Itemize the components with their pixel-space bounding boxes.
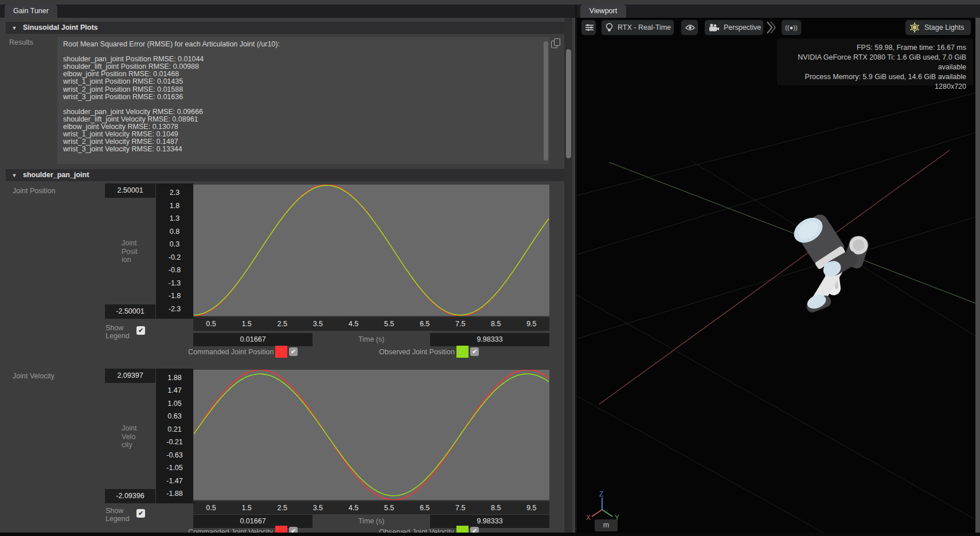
copy-icon[interactable] [551,38,561,49]
time-end-field[interactable]: 9.98333 [430,333,549,346]
axis-gizmo[interactable]: Z X Y [585,491,622,522]
panel-scrollbar-thumb[interactable] [566,49,571,158]
tick-label: 8.5 [478,320,514,328]
svg-text:X: X [586,514,591,521]
tick-label: -0.2 [156,253,193,261]
tick-label: 0.3 [156,240,193,248]
tick-label: -1.88 [156,490,193,498]
tick-label: 0.5 [193,320,229,328]
waypoint-signal-button[interactable]: ((●)) [781,19,802,36]
show-legend-checkbox[interactable] [136,326,145,335]
tab-viewport[interactable]: Viewport [580,5,626,18]
tab-gain-tuner[interactable]: Gain Tuner [5,5,57,18]
camera-label: Perspective [724,24,761,32]
renderer-button[interactable]: RTX - Real-Time [601,19,674,36]
show-legend-checkbox-2[interactable] [136,509,145,518]
joint-velocity-y-ticks: 1.881.471.050.630.21-0.21-0.63-1.05-1.47… [156,369,193,503]
gpu-line: NVIDIA GeForce RTX 2080 Ti: 1.6 GiB used… [777,53,966,72]
memory-line: Process Memory: 5.9 GiB used, 14.6 GiB a… [777,72,966,82]
fps-line: FPS: 59.98, Frame time: 16.67 ms [777,43,966,53]
tick-label: 0.21 [156,425,193,433]
joint-velocity-plot[interactable] [193,370,549,500]
legend-commanded-position-swatch [275,346,287,358]
joint-velocity-axis-title: JointVelocity [122,424,157,449]
section-header-shoulder-pan-joint[interactable]: ▼shoulder_pan_joint [6,169,564,181]
legend-observed-position-checkbox[interactable] [470,347,479,356]
legend-commanded-position-checkbox[interactable] [289,347,298,356]
tick-label: 3.5 [300,320,335,328]
tick-label: 9.5 [514,320,549,328]
tick-label: Joint [122,239,157,248]
joint-velocity-x-ticks: 0.51.52.53.54.55.56.57.58.59.5 [193,501,549,514]
legend-observed-position-swatch [456,346,468,358]
robot-arm [790,209,871,314]
tick-label: -0.8 [156,266,193,274]
show-legend-label: Show Legend [106,324,131,340]
joint-position-max-field[interactable]: 2.50001 [105,183,155,198]
window-top-strip [0,0,980,5]
time-end-field-2[interactable]: 9.98333 [430,515,549,528]
tick-label: 1.47 [156,386,193,394]
results-scrollbar[interactable] [544,41,548,161]
joint-position-x-ticks: 0.51.52.53.54.55.56.57.58.59.5 [193,317,549,331]
tick-label: 7.5 [443,504,478,512]
eye-icon [685,24,695,31]
section-title: Sinusoidal Joint Plots [23,24,98,32]
tick-label: Posit [122,248,157,256]
tick-label: 9.5 [514,504,549,512]
tick-label: Joint [122,424,157,433]
joint-velocity-curves [193,370,549,500]
legend-commanded-position-label: Commanded Joint Position [188,348,274,356]
lightbulb-icon [606,23,613,32]
viewport-scrollbar[interactable] [975,18,980,533]
joint-velocity-label: Joint Velocity [13,372,54,380]
tick-label: city [122,441,157,449]
stage-lights-label: Stage Lights [924,24,965,32]
show-legend-label-2: Show Legend [106,507,131,523]
tick-label: -2.3 [156,305,193,313]
collapse-triangle-icon[interactable]: ▼ [6,22,23,34]
tick-label: -1.47 [156,477,193,485]
legend-observed-position-label: Observed Joint Position [379,348,455,356]
time-axis-label: Time (s) [313,333,430,346]
tick-label: 1.5 [229,320,264,328]
joint-position-label: Joint Position [13,187,55,195]
viewport-canvas[interactable] [577,18,980,533]
tick-label: -1.3 [156,279,193,287]
joint-position-plot[interactable] [193,185,549,316]
3d-scene [577,18,980,533]
results-textarea[interactable]: Root Mean Squared Error (RMSE) for each … [57,37,549,164]
tick-label: ion [122,256,157,264]
joint-position-y-ticks: 2.31.81.30.80.3-0.2-0.8-1.3-1.8-2.3 [156,183,193,319]
viewport-tabbar [577,5,980,18]
unit-button[interactable]: m [595,519,618,531]
app-window: Gain Tuner ▼Sinusoidal Joint Plots Resul… [0,0,980,536]
viewport-settings-button[interactable] [581,19,596,36]
tick-label: 7.5 [443,320,478,328]
resolution-line: 1280x720 [777,82,966,92]
joint-velocity-min-field[interactable]: -2.09396 [105,489,155,503]
svg-text:Z: Z [599,491,603,498]
tick-label: -1.8 [156,292,193,300]
joint-velocity-max-field[interactable]: 2.09397 [105,369,155,383]
tick-label: 4.5 [335,320,371,328]
time-start-field-2[interactable]: 0.01667 [193,515,313,528]
collapse-triangle-icon[interactable]: ▼ [6,170,23,182]
camera-button[interactable]: Perspective [704,19,764,36]
visibility-button[interactable] [681,19,698,36]
tick-label: 8.5 [478,504,514,512]
tick-label: 2.5 [264,320,300,328]
tick-label: 1.3 [156,214,193,222]
stage-lights-button[interactable]: Stage Lights [905,19,971,36]
section-header-sinusoidal-joint-plots[interactable]: ▼Sinusoidal Joint Plots [6,22,564,34]
joint-position-curves [193,185,549,316]
viewport-stats-overlay: FPS: 59.98, Frame time: 16.67 ms NVIDIA … [777,38,973,85]
joint-position-min-field[interactable]: -2.50001 [105,304,155,319]
time-start-field[interactable]: 0.01667 [193,333,313,346]
tick-label: 1.88 [156,374,193,382]
tick-label: 1.5 [229,504,264,512]
tick-label: 5.5 [371,504,407,512]
toolbar-expand-chevron-icon[interactable] [766,21,776,36]
sun-icon [909,22,920,33]
tick-label: 1.05 [156,400,193,408]
